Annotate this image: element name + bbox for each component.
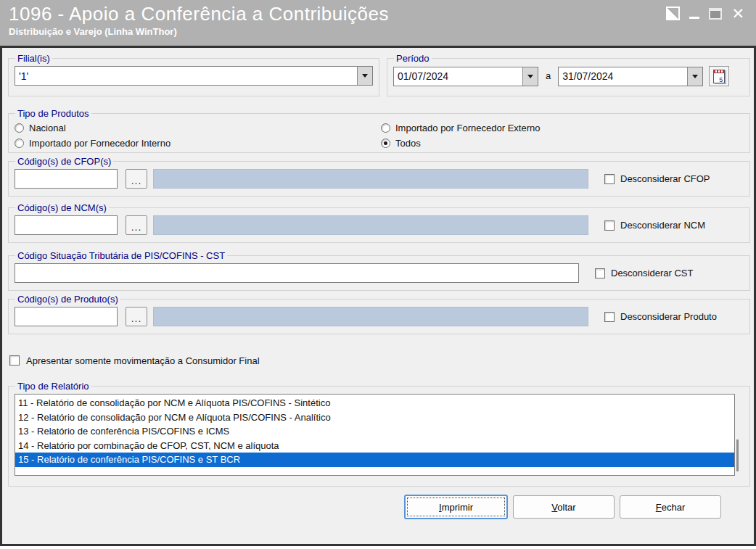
tipo-relatorio-groupbox: Tipo de Relatório 11 - Relatório de cons… <box>8 381 750 487</box>
calendar-button[interactable]: 5 <box>709 66 729 86</box>
app-window: 1096 - Apoio a Conferência a Contribuiçõ… <box>0 0 756 546</box>
filial-dropdown-button[interactable] <box>357 67 372 85</box>
radio-label: Importado por Fornecedor Interno <box>29 138 170 149</box>
fechar-button[interactable]: Fechar <box>620 495 721 519</box>
radio-icon[interactable] <box>15 139 24 148</box>
window-subtitle: Distribuição e Varejo (Linha WinThor) <box>9 26 749 37</box>
radio-label: Nacional <box>29 123 66 133</box>
start-date-dropdown-button[interactable] <box>522 67 538 86</box>
calendar-day-label: 5 <box>719 76 723 83</box>
tipo-produtos-legend: Tipo de Produtos <box>15 108 91 119</box>
cfop-browse-button[interactable]: ... <box>126 169 147 189</box>
ncm-groupbox: Código(s) de NCM(s) ... Desconsiderar NC… <box>8 202 750 243</box>
checkbox-label: Desconsiderar Produto <box>620 311 717 322</box>
end-date-value: 31/07/2024 <box>559 70 687 82</box>
cfop-selected-list-field <box>153 169 588 189</box>
checkbox-icon[interactable] <box>604 174 615 184</box>
maximize-button[interactable] <box>709 8 722 20</box>
desconsiderar-cst-checkbox[interactable]: Desconsiderar CST <box>595 268 693 278</box>
cst-row: Desconsiderar CST <box>15 263 744 283</box>
produto-code-input[interactable] <box>15 307 118 326</box>
chevron-down-icon <box>692 75 698 78</box>
filial-groupbox: Filial(is) '1' <box>8 53 379 96</box>
chevron-down-icon <box>527 75 533 78</box>
periodo-groupbox: Período 01/07/2024 a 31/07/2024 5 <box>387 53 750 96</box>
radio-icon[interactable] <box>381 123 390 133</box>
checkbox-label: Desconsiderar CST <box>611 268 693 278</box>
list-item[interactable]: 14 - Relatório por combinação de CFOP, C… <box>15 439 734 453</box>
top-row: Filial(is) '1' Período 01/07/2024 a 31/0… <box>8 53 750 96</box>
radio-importado-externo[interactable]: Importado por Fornecedor Externo <box>381 120 744 135</box>
desconsiderar-produto-checkbox[interactable]: Desconsiderar Produto <box>604 311 717 322</box>
relatorio-listbox[interactable]: 11 - Relatório de consolidação por NCM e… <box>15 394 735 476</box>
list-item[interactable]: 13 - Relatório de conferência PIS/COFINS… <box>15 424 734 439</box>
tipo-relatorio-legend: Tipo de Relatório <box>15 381 91 392</box>
checkbox-label: Desconsiderar CFOP <box>620 173 710 184</box>
tipo-produtos-groupbox: Tipo de Produtos Nacional Importado por … <box>8 108 750 153</box>
checkbox-label: Desconsiderar NCM <box>620 220 705 231</box>
cfop-code-input[interactable] <box>15 169 118 189</box>
chevron-down-icon <box>362 74 368 78</box>
filial-legend: Filial(is) <box>15 53 52 64</box>
checkbox-label: Apresentar somente movimentação a Consum… <box>26 355 260 366</box>
button-row: Imprimir Voltar Fechar <box>6 495 750 519</box>
produto-selected-list-field <box>153 307 588 326</box>
filial-combobox[interactable]: '1' <box>15 66 373 86</box>
button-label: oltar <box>557 502 575 513</box>
checkbox-icon[interactable] <box>604 312 615 322</box>
desconsiderar-ncm-checkbox[interactable]: Desconsiderar NCM <box>604 220 705 231</box>
list-item[interactable]: 15 - Relatório de conferência PIS/COFINS… <box>15 453 734 467</box>
button-label: echar <box>662 502 686 513</box>
cst-groupbox: Código Situação Tributária de PIS/COFINS… <box>8 250 750 291</box>
imprimir-button[interactable]: Imprimir <box>404 495 508 519</box>
ncm-row: ... Desconsiderar NCM <box>15 215 744 235</box>
cfop-groupbox: Código(s) de CFOP(s) ... Desconsiderar C… <box>8 156 750 197</box>
produto-browse-button[interactable]: ... <box>126 307 147 326</box>
dialog-content: Filial(is) '1' Período 01/07/2024 a 31/0… <box>0 46 756 546</box>
produto-row: ... Desconsiderar Produto <box>15 307 744 326</box>
list-item[interactable]: 11 - Relatório de consolidação por NCM e… <box>15 396 734 410</box>
end-date-combobox[interactable]: 31/07/2024 <box>558 67 703 86</box>
start-date-combobox[interactable]: 01/07/2024 <box>393 67 538 86</box>
cst-input[interactable] <box>15 263 579 283</box>
ncm-browse-button[interactable]: ... <box>126 215 147 235</box>
radio-icon[interactable] <box>381 139 390 148</box>
voltar-button[interactable]: Voltar <box>513 495 615 519</box>
produto-legend: Código(s) de Produto(s) <box>15 294 120 305</box>
window-style-icon[interactable] <box>666 7 680 20</box>
calendar-icon: 5 <box>713 70 725 83</box>
button-label: mprimir <box>442 502 473 513</box>
cst-legend: Código Situação Tributária de PIS/COFINS… <box>15 250 227 261</box>
start-date-value: 01/07/2024 <box>394 70 522 82</box>
radio-label: Todos <box>395 138 421 149</box>
radio-nacional[interactable]: Nacional <box>15 120 381 135</box>
produto-groupbox: Código(s) de Produto(s) ... Desconsidera… <box>8 294 750 334</box>
radio-todos[interactable]: Todos <box>381 136 744 150</box>
radio-label: Importado por Fornecedor Externo <box>395 123 540 133</box>
window-controls: ✕ <box>666 7 744 20</box>
desconsiderar-cfop-checkbox[interactable]: Desconsiderar CFOP <box>604 173 710 184</box>
radio-icon[interactable] <box>15 123 24 133</box>
tipo-produtos-options: Nacional Importado por Fornecedor Extern… <box>15 120 744 150</box>
end-date-dropdown-button[interactable] <box>687 67 702 86</box>
periodo-separator-label: a <box>544 70 552 81</box>
periodo-legend: Período <box>394 53 432 64</box>
list-item[interactable]: 12 - Relatório de consolidação por NCM e… <box>15 410 734 425</box>
radio-importado-interno[interactable]: Importado por Fornecedor Interno <box>15 136 381 150</box>
titlebar[interactable]: 1096 - Apoio a Conferência a Contribuiçõ… <box>0 0 756 46</box>
checkbox-icon[interactable] <box>604 220 615 231</box>
calendar-binding-icon <box>714 70 724 73</box>
ncm-selected-list-field <box>153 215 588 235</box>
close-button[interactable]: ✕ <box>731 7 744 20</box>
listbox-scrollbar-thumb[interactable] <box>736 439 739 471</box>
cfop-row: ... Desconsiderar CFOP <box>15 169 744 189</box>
consumidor-final-checkbox[interactable]: Apresentar somente movimentação a Consum… <box>9 355 750 366</box>
ncm-code-input[interactable] <box>15 215 118 235</box>
checkbox-icon[interactable] <box>9 355 20 366</box>
cfop-legend: Código(s) de CFOP(s) <box>15 156 113 167</box>
button-accel: F <box>656 502 662 513</box>
minimize-button[interactable] <box>689 17 699 19</box>
ncm-legend: Código(s) de NCM(s) <box>15 202 109 213</box>
checkbox-icon[interactable] <box>595 268 605 278</box>
window-title: 1096 - Apoio a Conferência a Contribuiçõ… <box>9 3 749 25</box>
